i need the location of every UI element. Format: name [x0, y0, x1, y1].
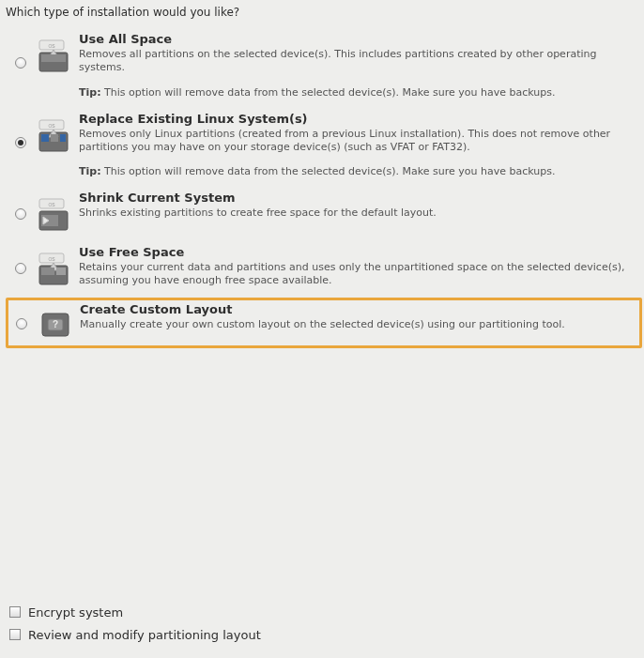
disk-shrink-icon: OS [38, 198, 71, 232]
bottom-checkboxes: Encrypt system Review and modify partiti… [6, 604, 261, 649]
tip-text: This option will remove data from the se… [104, 165, 555, 177]
svg-text:OS: OS [48, 122, 55, 128]
encrypt-system-checkbox[interactable] [9, 606, 21, 618]
radio-container [9, 112, 30, 148]
option-replace-linux[interactable]: OS Replace Existing Linux System(s) Remo… [6, 108, 642, 186]
disk-custom-icon: ? [38, 308, 72, 342]
option-use-all-space[interactable]: OS Use All Space Removes all partitions … [6, 28, 642, 106]
disk-free-icon: OS [38, 252, 71, 286]
svg-text:OS: OS [48, 43, 55, 49]
options-list: OS Use All Space Removes all partitions … [6, 28, 642, 348]
disk-replace-icon: OS [38, 119, 71, 153]
radio-use-all-space[interactable] [15, 57, 26, 69]
svg-rect-10 [51, 134, 58, 142]
radio-container [10, 302, 31, 329]
option-title: Shrink Current System [79, 191, 635, 205]
option-tip: Tip: This option will remove data from t… [79, 86, 635, 99]
tip-text: This option will remove data from the se… [104, 86, 555, 99]
svg-rect-11 [60, 134, 66, 142]
option-text: Shrink Current System Shrinks existing p… [79, 191, 638, 220]
radio-custom-layout[interactable] [16, 318, 27, 329]
svg-rect-9 [41, 134, 49, 142]
option-text: Use Free Space Retains your current data… [79, 245, 638, 288]
option-title: Create Custom Layout [80, 302, 634, 316]
icon-container: OS [30, 245, 79, 286]
svg-text:OS: OS [48, 256, 55, 262]
icon-container: ? [31, 302, 80, 342]
svg-text:OS: OS [48, 202, 55, 207]
radio-container [9, 191, 30, 220]
option-text: Replace Existing Linux System(s) Removes… [79, 112, 638, 178]
option-desc: Removes only Linux partitions (created f… [79, 128, 635, 155]
option-text: Create Custom Layout Manually create you… [80, 302, 637, 331]
disk-all-icon: OS [38, 39, 71, 73]
option-desc: Manually create your own custom layout o… [80, 318, 634, 331]
icon-container: OS [30, 32, 79, 73]
radio-container [9, 32, 30, 69]
review-layout-checkbox[interactable] [9, 629, 21, 640]
radio-use-free-space[interactable] [15, 263, 26, 274]
svg-rect-4 [41, 54, 66, 62]
tip-label: Tip: [79, 165, 101, 177]
encrypt-system-row[interactable]: Encrypt system [6, 604, 261, 620]
option-desc: Shrinks existing partitions to create fr… [79, 207, 635, 220]
option-title: Use All Space [79, 32, 635, 46]
option-title: Use Free Space [79, 245, 635, 259]
installation-type-page: Which type of installation would you lik… [0, 0, 644, 658]
option-use-free-space[interactable]: OS Use Free Space Retains your current d… [6, 241, 642, 296]
review-layout-row[interactable]: Review and modify partitioning layout [6, 626, 261, 643]
radio-container [9, 245, 30, 274]
option-custom-layout[interactable]: ? Create Custom Layout Manually create y… [6, 298, 642, 348]
tip-label: Tip: [79, 86, 101, 99]
option-desc: Retains your current data and partitions… [79, 261, 635, 288]
svg-rect-21 [41, 268, 54, 275]
option-tip: Tip: This option will remove data from t… [79, 165, 635, 177]
option-desc: Removes all partitions on the selected d… [79, 48, 635, 75]
option-text: Use All Space Removes all partitions on … [79, 32, 638, 99]
option-title: Replace Existing Linux System(s) [79, 112, 635, 126]
svg-rect-22 [56, 268, 66, 275]
option-shrink-current[interactable]: OS Shrink Current System Shrinks existin… [6, 187, 642, 239]
radio-shrink-current[interactable] [15, 208, 26, 220]
icon-container: OS [30, 112, 79, 153]
icon-container: OS [30, 191, 79, 232]
page-question: Which type of installation would you lik… [6, 6, 642, 19]
encrypt-system-label: Encrypt system [28, 605, 123, 620]
review-layout-label: Review and modify partitioning layout [28, 628, 261, 642]
radio-replace-linux[interactable] [15, 137, 26, 148]
svg-text:?: ? [53, 319, 58, 329]
